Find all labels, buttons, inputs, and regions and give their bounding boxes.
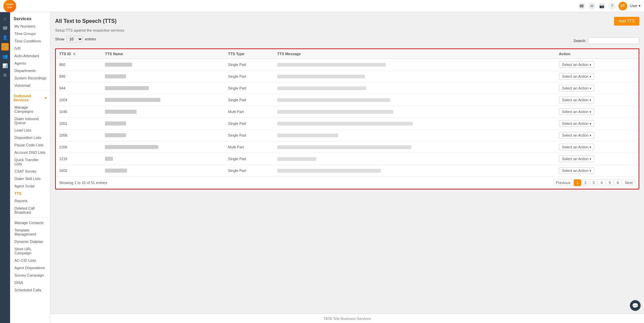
search-label: Search: xyxy=(573,39,586,43)
action-dropdown-button[interactable]: Select an Action xyxy=(559,120,594,127)
sidebar-item-departments[interactable]: Departments xyxy=(10,67,50,74)
table-header-row: TTS ID ⇅ TTS Name TTS Type TTS Message A… xyxy=(56,49,639,59)
sidebar-item-template-management[interactable]: Template Management xyxy=(10,226,50,238)
cell-action[interactable]: Select an Action xyxy=(556,130,639,141)
sidebar-item-short-url-campaign[interactable]: Short URL Campaign xyxy=(10,245,50,257)
sidebar-item-voicemail[interactable]: Voicemail xyxy=(10,82,50,89)
cell-tts-id: 1046 xyxy=(56,106,102,118)
sidebar-item-auto-attendant[interactable]: Auto-Attendant xyxy=(10,52,50,60)
action-dropdown-button[interactable]: Select an Action xyxy=(559,97,594,103)
cell-tts-message: ████████ ████████ xyxy=(274,153,556,165)
cell-tts-type: Multi Part xyxy=(225,141,274,153)
prev-button[interactable]: Previous xyxy=(553,179,573,186)
page-6-button[interactable]: 6 xyxy=(614,179,621,186)
sidebar-item-dialer-skill-lists[interactable]: Dialer Skill Lists xyxy=(10,175,50,182)
chat-bubble[interactable]: 💬 xyxy=(630,300,641,311)
page-4-button[interactable]: 4 xyxy=(598,179,605,186)
show-label: Show xyxy=(55,37,65,41)
sidebar-item-csat-survey[interactable]: CSAT Survey xyxy=(10,168,50,175)
cell-tts-name: ████████████████ ████ xyxy=(102,141,225,153)
cell-action[interactable]: Select an Action xyxy=(556,165,639,177)
col-tts-type[interactable]: TTS Type xyxy=(225,49,274,59)
action-dropdown-button[interactable]: Select an Action xyxy=(559,132,594,139)
search-input[interactable] xyxy=(588,37,639,44)
nav-contacts[interactable]: 👤 xyxy=(1,34,9,41)
sidebar-item-lead-lists[interactable]: Lead Lists xyxy=(10,127,50,134)
cell-tts-type: Single Part xyxy=(225,82,274,94)
sidebar-item-survey-campaign[interactable]: Survey Campaign xyxy=(10,272,50,279)
action-dropdown-button[interactable]: Select an Action xyxy=(559,144,594,150)
cell-action[interactable]: Select an Action xyxy=(556,106,639,118)
action-dropdown-button[interactable]: Select an Action xyxy=(559,108,594,115)
cell-action[interactable]: Select an Action xyxy=(556,141,639,153)
nav-teams[interactable]: 👥 xyxy=(1,52,9,60)
phone-icon[interactable]: ☎ xyxy=(578,2,586,10)
cell-action[interactable]: Select an Action xyxy=(556,118,639,130)
sidebar-item-account-dnd-lists[interactable]: Account DND Lists xyxy=(10,149,50,156)
email-icon[interactable]: ✉ xyxy=(588,2,596,10)
sidebar-item-time-groups[interactable]: Time Groups xyxy=(10,30,50,37)
sidebar-item-ivr[interactable]: IVR xyxy=(10,45,50,52)
nav-services[interactable]: 🔧 xyxy=(1,43,9,50)
page-2-button[interactable]: 2 xyxy=(582,179,589,186)
sidebar-item-agent-script[interactable]: Agent Script xyxy=(10,182,50,190)
username[interactable]: User ▾ xyxy=(630,4,641,8)
cell-action[interactable]: Select an Action xyxy=(556,59,639,71)
avatar[interactable]: ST xyxy=(618,2,627,10)
cell-tts-id: 1602 xyxy=(56,165,102,177)
cell-action[interactable]: Select an Action xyxy=(556,153,639,165)
help-icon[interactable]: ? xyxy=(608,2,616,10)
table-row: 1058████████Single Part██ ████ ████ ██ █… xyxy=(56,130,639,141)
sidebar-item-reports[interactable]: Reports xyxy=(10,197,50,205)
sidebar-item-disposition-lists[interactable]: Disposition Lists xyxy=(10,134,50,141)
sidebar-item-ac-cid-lists[interactable]: AC-CID Lists xyxy=(10,257,50,264)
sidebar-item-deleted-call-broadcast[interactable]: Deleted Call Broadcast xyxy=(10,205,50,216)
sidebar-item-tts[interactable]: TTS xyxy=(10,190,50,197)
action-dropdown-button[interactable]: Select an Action xyxy=(559,167,594,174)
nav-home[interactable]: ⌂ xyxy=(1,15,9,22)
add-tts-button[interactable]: Add TTS xyxy=(614,17,639,26)
nav-settings[interactable]: ⚙ xyxy=(1,71,9,79)
action-dropdown-button[interactable]: Select an Action xyxy=(559,73,594,80)
action-dropdown-button[interactable]: Select an Action xyxy=(559,61,594,68)
page-5-button[interactable]: 5 xyxy=(606,179,613,186)
sidebar-item-time-conditions[interactable]: Time Conditions xyxy=(10,37,50,45)
sidebar-item-dialer-inbound-queue[interactable]: Dialer Inbound Queue xyxy=(10,115,50,127)
sidebar-item-pause-code-lists[interactable]: Pause Code Lists xyxy=(10,141,50,149)
sidebar-item-system-recordings[interactable]: System Recordings xyxy=(10,74,50,82)
nav-reports[interactable]: 📊 xyxy=(1,62,9,69)
page-1-button[interactable]: 1 xyxy=(574,179,581,186)
video-icon[interactable]: 📷 xyxy=(598,2,606,10)
sidebar-item-dynamic-dialplan[interactable]: Dynamic Dialplan xyxy=(10,238,50,245)
cell-action[interactable]: Select an Action xyxy=(556,94,639,106)
cell-tts-name: ████████ xyxy=(102,130,225,141)
sidebar-item-disa[interactable]: DISA xyxy=(10,279,50,286)
action-dropdown-button[interactable]: Select an Action xyxy=(559,85,594,92)
cell-tts-message: ████████████ ████████████ ████ ████ ████… xyxy=(274,118,556,130)
cell-action[interactable]: Select an Action xyxy=(556,82,639,94)
sidebar-item-quick-transfer-lists[interactable]: Quick Transfer Lists xyxy=(10,156,50,168)
table-row: 944██████ ████████ ██Single Part██ ████ … xyxy=(56,82,639,94)
sidebar-item-scheduled-calls[interactable]: Scheduled Calls xyxy=(10,286,50,294)
sidebar-item-agent-dispositions[interactable]: Agent Dispositions xyxy=(10,264,50,272)
sidebar-item-manage-campaigns[interactable]: Manage Campaigns xyxy=(10,104,50,115)
sidebar-title: Services xyxy=(10,13,50,23)
sidebar-item-agents[interactable]: Agents xyxy=(10,60,50,67)
cell-tts-name: ████████ xyxy=(102,71,225,82)
col-tts-message[interactable]: TTS Message xyxy=(274,49,556,59)
next-button[interactable]: Next xyxy=(622,179,635,186)
page-3-button[interactable]: 3 xyxy=(590,179,597,186)
col-tts-name[interactable]: TTS Name xyxy=(102,49,225,59)
col-tts-id[interactable]: TTS ID ⇅ xyxy=(56,49,102,59)
tts-table: TTS ID ⇅ TTS Name TTS Type TTS Message A… xyxy=(56,49,639,177)
nav-calls[interactable]: ☎ xyxy=(1,24,9,32)
search-area: Search: xyxy=(573,37,639,44)
entries-select[interactable]: 10 25 50 100 xyxy=(67,36,83,42)
cell-action[interactable]: Select an Action xyxy=(556,71,639,82)
sidebar-item-my-numbers[interactable]: My Numbers xyxy=(10,23,50,30)
cell-tts-name: ██████ ████████ ██ xyxy=(102,82,225,94)
action-dropdown-button[interactable]: Select an Action xyxy=(559,155,594,162)
sidebar-item-manage-contacts[interactable]: Manage Contacts xyxy=(10,219,50,226)
outbound-services-header[interactable]: Outbound Services ▾ xyxy=(10,92,50,104)
sidebar-divider-2 xyxy=(10,217,50,218)
